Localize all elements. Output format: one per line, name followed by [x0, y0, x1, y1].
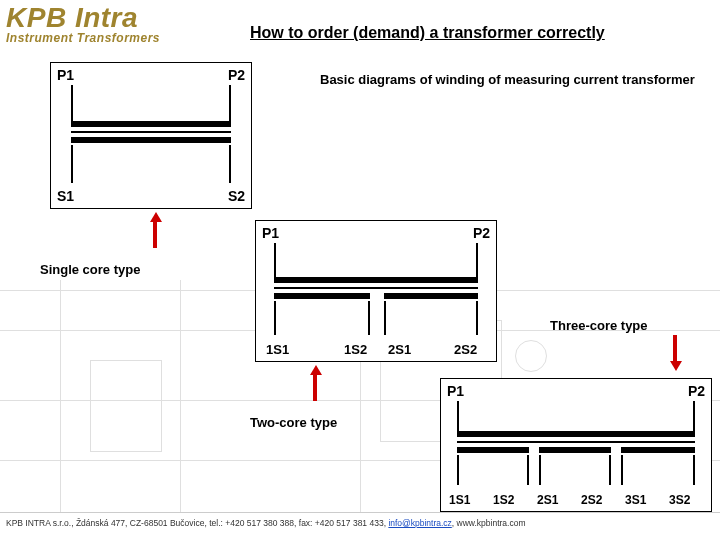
terminal-2s2: 2S2 — [454, 342, 477, 357]
terminal-s1: S1 — [57, 188, 74, 204]
terminal-3s1: 3S1 — [625, 493, 646, 507]
footer-tel-label: tel.: — [209, 518, 223, 528]
terminal-p1: P1 — [447, 383, 464, 399]
caption-single-core: Single core type — [40, 262, 140, 277]
terminal-p2: P2 — [688, 383, 705, 399]
arrow-three-core — [670, 335, 680, 371]
terminal-1s2: 1S2 — [493, 493, 514, 507]
footer-fax: +420 517 381 433 — [315, 518, 384, 528]
footer: KPB INTRA s.r.o., Ždánská 477, CZ-68501 … — [0, 512, 720, 540]
footer-web: www.kpbintra.com — [457, 518, 526, 528]
brand-name: KPB Intra — [6, 4, 160, 32]
terminal-3s2: 3S2 — [669, 493, 690, 507]
arrow-single-core — [150, 212, 160, 248]
terminal-1s1: 1S1 — [449, 493, 470, 507]
terminal-p2: P2 — [473, 225, 490, 241]
arrow-two-core — [310, 365, 320, 401]
terminal-p2: P2 — [228, 67, 245, 83]
terminal-2s2: 2S2 — [581, 493, 602, 507]
terminal-1s1: 1S1 — [266, 342, 289, 357]
page-title: How to order (demand) a transformer corr… — [250, 24, 605, 42]
brand-logo: KPB Intra Instrument Transformers — [6, 4, 160, 44]
footer-fax-label: fax: — [299, 518, 313, 528]
footer-address: Ždánská 477, CZ-68501 Bučovice — [76, 518, 205, 528]
diagram-single-core: P1 P2 S1 S2 — [50, 62, 252, 209]
footer-email-link[interactable]: info@kpbintra.cz — [388, 518, 451, 528]
terminal-p1: P1 — [262, 225, 279, 241]
diagram-two-core: P1 P2 1S1 1S2 2S1 2S2 — [255, 220, 497, 362]
terminal-2s1: 2S1 — [388, 342, 411, 357]
section-heading: Basic diagrams of winding of measuring c… — [320, 72, 695, 87]
caption-two-core: Two-core type — [250, 415, 337, 430]
brand-tagline: Instrument Transformers — [6, 32, 160, 44]
terminal-p1: P1 — [57, 67, 74, 83]
caption-three-core: Three-core type — [550, 318, 648, 333]
terminal-1s2: 1S2 — [344, 342, 367, 357]
terminal-2s1: 2S1 — [537, 493, 558, 507]
terminal-s2: S2 — [228, 188, 245, 204]
diagram-three-core: P1 P2 1S1 1S2 2S1 2S2 3S1 3S2 — [440, 378, 712, 512]
footer-tel: +420 517 380 388 — [225, 518, 294, 528]
footer-company: KPB INTRA s.r.o. — [6, 518, 71, 528]
